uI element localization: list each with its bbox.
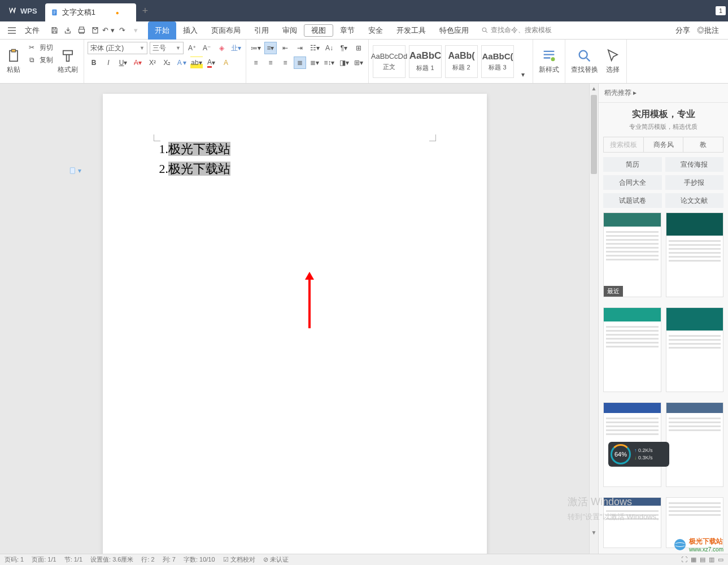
save-icon[interactable]	[47, 24, 61, 37]
cat-thesis[interactable]: 论文文献	[665, 193, 724, 208]
template-thumb[interactable]	[603, 307, 661, 392]
save-as-icon[interactable]	[61, 24, 75, 37]
change-case-button[interactable]: A ▾	[176, 56, 188, 69]
wps-logo[interactable]: WPS	[0, 6, 45, 15]
share-link[interactable]: 分享	[675, 25, 690, 36]
template-tab-business[interactable]: 商务风	[644, 137, 684, 152]
qat-more-icon[interactable]: ▾	[129, 24, 142, 37]
view-print-icon[interactable]: ▦	[691, 556, 696, 563]
template-tab-edu[interactable]: 教	[683, 137, 723, 152]
list-item[interactable]: 1.极光下载站	[159, 139, 430, 159]
indent-dec-button[interactable]: ⇤	[279, 42, 291, 54]
status-spellcheck[interactable]: ☑ 文档校对	[223, 555, 255, 564]
document-tab[interactable]: 文字文稿1 ●	[45, 3, 136, 21]
undo-icon[interactable]: ↶ ▾	[102, 24, 115, 37]
window-index-badge[interactable]: 1	[716, 6, 726, 15]
status-auth[interactable]: ⊘ 未认证	[263, 555, 289, 564]
clear-format-icon[interactable]: ◈	[215, 42, 228, 54]
font-size-select[interactable]: 三号▼	[150, 42, 184, 54]
view-reading-icon[interactable]: ▭	[718, 556, 723, 563]
cat-handwriting[interactable]: 手抄报	[665, 175, 724, 190]
select-button[interactable]: 选择	[603, 42, 623, 81]
new-style-button[interactable]: 新样式	[537, 42, 561, 81]
template-thumb[interactable]	[666, 212, 724, 297]
scroll-thumb[interactable]	[591, 95, 597, 174]
tab-review[interactable]: 审阅	[276, 21, 304, 40]
highlight-button[interactable]: ab▾	[190, 56, 203, 69]
tab-reference[interactable]: 引用	[247, 21, 276, 40]
copy-button[interactable]: ⧉复制	[26, 54, 53, 66]
char-scale-button[interactable]: ☷▾	[308, 42, 321, 54]
status-pages[interactable]: 页面: 1/1	[32, 555, 56, 564]
cat-resume[interactable]: 简历	[603, 157, 662, 172]
view-web-icon[interactable]: ▥	[709, 556, 714, 563]
cut-button[interactable]: ✂剪切	[26, 42, 53, 53]
distribute-button[interactable]: ≣▾	[308, 56, 321, 69]
borders-button[interactable]: ⊞	[352, 42, 365, 54]
template-search-input[interactable]: 搜索模板	[604, 137, 644, 152]
underline-button[interactable]: U ▾	[117, 56, 129, 69]
status-chars[interactable]: 字数: 10/10	[184, 555, 215, 564]
phonetic-guide-icon[interactable]: 㐀▾	[230, 42, 242, 54]
show-marks-button[interactable]: ¶▾	[338, 42, 350, 54]
table-button[interactable]: ⊞▾	[352, 56, 365, 69]
styles-more-icon[interactable]: ▾	[517, 68, 529, 81]
paste-button[interactable]: 粘贴	[3, 42, 24, 81]
tab-security[interactable]: 安全	[361, 21, 390, 40]
list-item[interactable]: 2.极光下载站	[159, 159, 430, 179]
font-name-select[interactable]: 宋体 (正文)▼	[88, 42, 147, 54]
bullets-button[interactable]: ≔▾	[250, 42, 262, 54]
sort-button[interactable]: A↓	[323, 42, 335, 54]
align-center-button[interactable]: ≡	[264, 56, 277, 69]
network-speed-widget[interactable]: 64% 0.2K/s 0.3K/s	[608, 442, 669, 467]
tab-section[interactable]: 章节	[333, 21, 361, 40]
italic-button[interactable]: I	[102, 56, 115, 69]
scroll-down-icon[interactable]: ▼	[590, 528, 598, 537]
tab-special[interactable]: 特色应用	[433, 21, 476, 40]
view-fullscreen-icon[interactable]: ⛶	[681, 556, 687, 563]
command-search[interactable]: 查找命令、搜索模板	[481, 25, 552, 35]
status-col[interactable]: 列: 7	[163, 555, 176, 564]
align-right-button[interactable]: ≡	[279, 56, 291, 69]
shading-button[interactable]: ◨▾	[338, 56, 350, 69]
format-painter-button[interactable]: 格式刷	[55, 42, 80, 81]
page[interactable]: ▾ 1.极光下载站 2.极光下载站	[103, 94, 487, 554]
style-normal[interactable]: AaBbCcDd正文	[373, 45, 406, 78]
print-preview-icon[interactable]	[88, 24, 102, 37]
panel-header[interactable]: 稻壳推荐 ▸	[599, 84, 728, 103]
cat-exam[interactable]: 试题试卷	[603, 193, 662, 208]
superscript-button[interactable]: X²	[146, 56, 159, 69]
status-page-no[interactable]: 页码: 1	[5, 555, 24, 564]
template-thumb[interactable]	[666, 402, 724, 487]
paragraph-handle-icon[interactable]: ▾	[69, 166, 81, 175]
annotate-link[interactable]: ◎批注	[697, 25, 719, 36]
tab-start[interactable]: 开始	[148, 21, 176, 40]
cat-poster[interactable]: 宣传海报	[665, 157, 724, 172]
status-section[interactable]: 节: 1/1	[64, 555, 82, 564]
new-tab-button[interactable]: +	[136, 5, 154, 17]
scroll-up-icon[interactable]: ▲	[590, 84, 598, 93]
style-h1[interactable]: AaBbC标题 1	[409, 45, 442, 78]
status-line[interactable]: 行: 2	[141, 555, 154, 564]
template-thumb[interactable]: 最近	[603, 212, 661, 297]
cat-contract[interactable]: 合同大全	[603, 175, 662, 190]
file-menu[interactable]: 文件	[20, 25, 44, 36]
style-h2[interactable]: AaBb(标题 2	[445, 45, 478, 78]
style-h3[interactable]: AaBbC(标题 3	[481, 45, 514, 78]
line-spacing-button[interactable]: ≡↕▾	[323, 56, 335, 69]
numbering-button[interactable]: ≡▾	[264, 42, 277, 54]
strikethrough-button[interactable]: A ▾	[132, 56, 144, 69]
tab-view[interactable]: 视图	[304, 24, 333, 37]
align-left-button[interactable]: ≡	[250, 56, 262, 69]
indent-inc-button[interactable]: ⇥	[294, 42, 306, 54]
font-color-button[interactable]: A▾	[205, 56, 217, 69]
find-replace-button[interactable]: 查找替换	[569, 42, 600, 81]
shrink-font-icon[interactable]: A⁻	[200, 42, 213, 54]
grow-font-icon[interactable]: A⁺	[186, 42, 198, 54]
redo-icon[interactable]: ↷	[115, 24, 129, 37]
tab-devtools[interactable]: 开发工具	[390, 21, 433, 40]
tab-layout[interactable]: 页面布局	[204, 21, 247, 40]
char-shading-button[interactable]: A	[220, 56, 232, 69]
template-thumb[interactable]	[666, 307, 724, 392]
hamburger-icon[interactable]	[3, 27, 20, 34]
